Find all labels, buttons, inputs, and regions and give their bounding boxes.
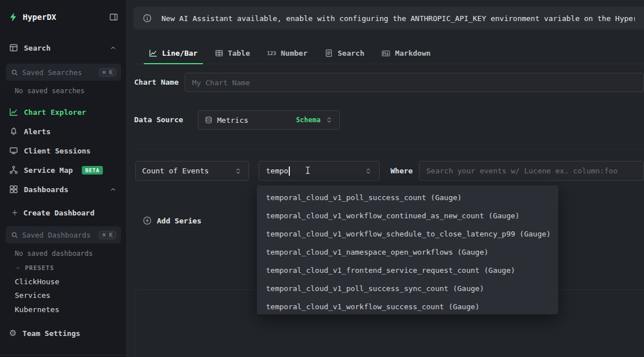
sidebar-item-label: Team Settings xyxy=(22,329,80,338)
preset-kubernetes[interactable]: Kubernetes xyxy=(15,305,59,314)
sidebar-item-search[interactable]: Search xyxy=(0,41,126,55)
sidebar-item-label: Chart Explorer xyxy=(24,108,86,117)
presets-label: PRESETS xyxy=(25,264,54,271)
create-dashboard-label: Create Dashboard xyxy=(23,209,94,217)
database-icon xyxy=(205,116,213,124)
sidebar-item-team-settings[interactable]: ⚙ Team Settings xyxy=(0,326,126,340)
selector-icon xyxy=(364,167,372,175)
saved-dashboards-input[interactable] xyxy=(22,231,95,239)
sidebar-item-label: Dashboards xyxy=(24,185,68,194)
sidebar-item-client-sessions[interactable]: Client Sessions xyxy=(0,144,126,157)
where-label: Where xyxy=(390,161,413,181)
schema-link[interactable]: Schema xyxy=(296,116,321,124)
saved-searches-searchbox[interactable]: ⌘ K xyxy=(6,64,121,81)
tab-number[interactable]: 123 Number xyxy=(259,43,316,64)
dropdown-option[interactable]: temporal_cloud_v1_frontend_service_reque… xyxy=(257,261,558,280)
table-icon xyxy=(215,49,223,57)
document-list-icon xyxy=(325,49,333,57)
chevron-up-icon xyxy=(109,44,117,52)
add-series-label: Add Series xyxy=(157,217,201,225)
dropdown-option[interactable]: temporal_cloud_v1_poll_success_count (Ga… xyxy=(257,189,558,207)
info-icon xyxy=(143,14,152,23)
dropdown-option[interactable]: temporal_cloud_v1_namespace_open_workflo… xyxy=(257,243,558,261)
data-source-select[interactable]: Metrics Schema xyxy=(198,110,340,130)
search-section-icon xyxy=(9,43,18,52)
tab-label: Markdown xyxy=(395,49,431,57)
chart-explorer-icon xyxy=(9,107,18,117)
aggregation-select[interactable]: Count of Events xyxy=(135,161,249,181)
saved-dashboards-shortcut: ⌘ K xyxy=(99,231,116,239)
data-source-label: Data Source xyxy=(134,110,183,130)
search-icon xyxy=(11,231,18,239)
where-input[interactable] xyxy=(419,161,644,181)
service-map-icon xyxy=(9,165,18,175)
dropdown-option[interactable]: temporal_cloud_v1_workflow_success_count… xyxy=(257,298,558,314)
monitor-icon xyxy=(9,146,18,155)
sidebar-item-label: Alerts xyxy=(24,127,51,136)
brand-row: HyperDX xyxy=(0,10,126,24)
banner-text: New AI Assistant available, enable with … xyxy=(161,14,635,23)
presets-toggle[interactable]: PRESETS xyxy=(15,264,54,271)
beta-badge: BETA xyxy=(82,166,103,175)
chart-type-tabs: Line/Bar Table 123 Number Search Markdow… xyxy=(134,43,644,64)
tab-label: Number xyxy=(281,49,308,57)
chevron-up-icon xyxy=(109,185,117,193)
bell-icon xyxy=(9,127,18,136)
line-chart-icon xyxy=(149,49,157,57)
no-saved-searches-text: No saved searches xyxy=(15,87,85,95)
metric-input-value: tempo xyxy=(266,167,288,175)
tab-label: Line/Bar xyxy=(162,49,198,57)
tab-markdown[interactable]: Markdown xyxy=(373,43,439,64)
tab-search[interactable]: Search xyxy=(316,43,373,64)
saved-searches-shortcut: ⌘ K xyxy=(99,68,116,77)
dropdown-option[interactable]: temporal_cloud_v1_workflow_continued_as_… xyxy=(257,207,558,225)
dropdown-option[interactable]: temporal_cloud_v1_workflow_schedule_to_c… xyxy=(257,225,558,243)
circle-plus-icon xyxy=(143,216,152,225)
selector-icon xyxy=(325,116,333,124)
sidebar-item-label: Client Sessions xyxy=(24,147,90,155)
metric-options-dropdown: temporal_cloud_v1_poll_success_count (Ga… xyxy=(257,185,558,314)
sidebar-item-label: Search xyxy=(24,44,51,52)
markdown-icon xyxy=(381,49,390,58)
no-saved-dashboards-text: No saved dashboards xyxy=(15,250,93,258)
brand-title: HyperDX xyxy=(23,13,56,22)
sidebar-item-label: Service Map xyxy=(24,166,73,175)
data-source-value: Metrics xyxy=(217,116,248,124)
sidebar-bottom-divider xyxy=(0,355,127,355)
saved-searches-input[interactable] xyxy=(22,68,95,77)
sidebar: HyperDX Search ⌘ K No saved searches xyxy=(0,0,127,357)
preset-clickhouse[interactable]: ClickHouse xyxy=(15,277,59,286)
tab-line-bar[interactable]: Line/Bar xyxy=(140,43,206,64)
gear-icon: ⚙ xyxy=(9,329,16,338)
preset-services[interactable]: Services xyxy=(15,291,51,300)
chart-name-input[interactable] xyxy=(185,73,644,92)
collapse-sidebar-icon[interactable] xyxy=(109,13,118,22)
saved-dashboards-searchbox[interactable]: ⌘ K xyxy=(6,226,121,243)
ai-assistant-banner: New AI Assistant available, enable with … xyxy=(134,7,644,30)
create-dashboard-button[interactable]: Create Dashboard xyxy=(0,206,126,219)
plus-icon xyxy=(11,209,18,216)
sidebar-item-alerts[interactable]: Alerts xyxy=(0,124,126,138)
search-icon xyxy=(11,69,18,76)
mouse-ibeam-cursor xyxy=(303,165,313,175)
dashboards-grid-icon xyxy=(9,185,18,194)
add-series-button[interactable]: Add Series xyxy=(143,216,201,225)
aggregation-value: Count of Events xyxy=(142,167,209,175)
sidebar-item-service-map[interactable]: Service Map BETA xyxy=(0,163,126,177)
dropdown-option[interactable]: temporal_cloud_v1_poll_success_sync_coun… xyxy=(257,280,558,298)
tab-label: Table xyxy=(228,49,250,57)
tab-table[interactable]: Table xyxy=(206,43,259,64)
series-section-divider xyxy=(134,149,644,150)
sidebar-item-dashboards[interactable]: Dashboards xyxy=(0,182,126,196)
hyperdx-logo-icon xyxy=(8,12,18,22)
metric-select-input[interactable]: tempo xyxy=(259,161,380,181)
app-window: HyperDX Search ⌘ K No saved searches xyxy=(0,0,644,357)
text-caret xyxy=(289,167,290,176)
tab-label: Search xyxy=(338,49,364,57)
chevron-down-icon xyxy=(15,265,21,271)
number-123-icon: 123 xyxy=(267,51,276,56)
chart-name-label: Chart Name xyxy=(134,73,178,92)
selector-icon xyxy=(234,167,242,175)
sidebar-item-chart-explorer[interactable]: Chart Explorer xyxy=(0,105,126,119)
